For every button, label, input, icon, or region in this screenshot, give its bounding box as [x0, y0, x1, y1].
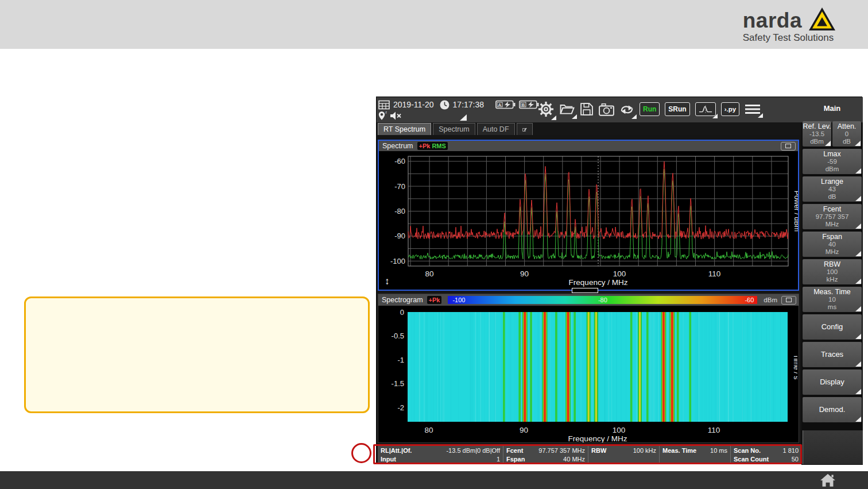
- softkey-title: Meas. Time: [813, 288, 851, 296]
- sidebar-button-traces[interactable]: Traces: [803, 342, 862, 367]
- clock-icon: [440, 100, 450, 110]
- status-value: 50: [792, 456, 799, 463]
- sidebar-button-fcent[interactable]: Fcent97.757 357MHz: [803, 204, 862, 229]
- svg-text:Frequency / MHz: Frequency / MHz: [569, 278, 628, 287]
- badge-pk: +Pk: [419, 143, 431, 149]
- sidebar-button-demod[interactable]: Demod.: [803, 397, 862, 422]
- softkey-value: 0: [845, 130, 848, 138]
- svg-text:-90: -90: [394, 232, 405, 240]
- softkey-value: -13.5: [809, 130, 824, 138]
- status-column-2: Fcent97.757 357 MHzFspan40 MHz: [503, 446, 588, 463]
- date-display: 2019-11-20: [393, 100, 434, 109]
- trace-view-button[interactable]: [695, 102, 716, 116]
- sidebar-button-lmax[interactable]: Lmax-59dBm: [803, 149, 862, 174]
- python-script-button[interactable]: ›.py: [721, 102, 739, 116]
- svg-text:80: 80: [425, 426, 433, 434]
- status-value: 97.757 357 MHz: [538, 447, 585, 454]
- panel-splitter-handle[interactable]: [572, 288, 598, 293]
- tab-spectrum[interactable]: Spectrum: [433, 123, 475, 135]
- spectrogram-panel: Spectrogram +Pk -100 -80 -60 dBm 0-0.5-1…: [378, 294, 799, 443]
- home-icon: [820, 473, 836, 487]
- spectrum-panel-title: Spectrum: [382, 142, 413, 150]
- screenshot-button[interactable]: [599, 103, 614, 116]
- toolbar: 2019-11-20 17:17:38 A: [377, 97, 863, 122]
- sidebar-button-display[interactable]: Display: [803, 369, 862, 395]
- submenu-corner: [758, 113, 763, 118]
- tab-rt-spectrum[interactable]: RT Spectrum: [378, 123, 431, 135]
- status-value: 10 ms: [710, 447, 727, 454]
- softkey-title: Fspan: [822, 233, 842, 241]
- softkey-value: 40: [828, 241, 836, 248]
- softkey-unit: MHz: [826, 248, 839, 256]
- submenu-corner: [855, 306, 861, 311]
- color-scale-bar: -100 -80 -60: [448, 296, 757, 304]
- softkey-unit: kHz: [827, 276, 838, 283]
- softkey-title: Traces: [821, 351, 843, 359]
- srun-button[interactable]: SRun: [665, 102, 689, 116]
- menu-button[interactable]: [745, 103, 761, 115]
- battery-b-icon: B: [519, 100, 539, 109]
- tab-strip: RT SpectrumSpectrumAuto DF: [377, 122, 801, 135]
- run-button[interactable]: Run: [640, 102, 660, 116]
- submenu-corner: [855, 141, 861, 146]
- svg-text:-2: -2: [397, 403, 404, 412]
- brand-tagline: Safety Test Solutions: [743, 32, 836, 44]
- svg-text:-0.5: -0.5: [392, 332, 404, 340]
- sidebar-button-atten[interactable]: Atten.0dB: [832, 121, 861, 147]
- narda-logo: narda Safety Test Solutions: [743, 7, 836, 44]
- save-button[interactable]: [580, 102, 594, 116]
- status-cell: Input1: [378, 455, 503, 463]
- status-column-1: RL|Att.|Of.-13.5 dBm|0 dB|OffInput1: [378, 446, 503, 463]
- trace-badges: +Pk: [427, 296, 442, 304]
- settings-button[interactable]: [538, 101, 554, 117]
- status-cell: Meas. Time10 ms: [660, 446, 730, 455]
- submenu-corner: [855, 224, 861, 229]
- softkey-unit: dB: [843, 138, 851, 145]
- sidebar-button-fspan[interactable]: Fspan40MHz: [803, 232, 862, 257]
- spectrum-maximize-button[interactable]: [781, 142, 796, 151]
- sidebar-button-rbw[interactable]: RBW100kHz: [803, 259, 862, 284]
- sidebar-button-ref-lev[interactable]: Ref. Lev.-13.5dBm: [803, 121, 831, 147]
- replay-button[interactable]: [619, 102, 634, 116]
- status-value: 100 kHz: [633, 447, 656, 454]
- submenu-corner: [855, 196, 861, 201]
- statusrow-expand-triangle[interactable]: [460, 114, 467, 121]
- submenu-corner: [855, 279, 861, 284]
- open-file-button[interactable]: [559, 102, 575, 116]
- tab-edit[interactable]: [517, 123, 533, 135]
- sidebar-button-config[interactable]: Config: [803, 314, 862, 340]
- submenu-corner: [551, 115, 556, 120]
- softkey-value: -59: [827, 158, 837, 165]
- home-button[interactable]: [820, 473, 836, 487]
- softkey-title: Fcent: [823, 205, 841, 213]
- softkey-value: 97.757 357: [816, 213, 849, 221]
- sidebar-button-meas-time[interactable]: Meas. Time10ms: [803, 287, 862, 312]
- submenu-corner: [855, 417, 861, 422]
- softkey-value: 43: [828, 186, 836, 193]
- softkey-title: Ref. Lev.: [803, 122, 831, 130]
- status-label: RBW: [591, 447, 606, 454]
- tab-auto-df[interactable]: Auto DF: [477, 123, 515, 135]
- softkey-title: Demod.: [819, 406, 846, 414]
- scale-updown-icon[interactable]: ↕: [385, 276, 390, 286]
- softkey-title: RBW: [824, 260, 840, 268]
- spectrum-plot-svg[interactable]: -60-70-80-90-1008090100110Frequency / MH…: [379, 152, 798, 290]
- submenu-corner: [855, 168, 861, 174]
- status-cell: Fspan40 MHz: [503, 455, 588, 463]
- status-value: 1 810: [782, 447, 799, 454]
- sidebar-button-lrange[interactable]: Lrange43dB: [803, 176, 862, 202]
- audio-muted-icon: [390, 111, 402, 121]
- softkey-unit: dBm: [826, 165, 839, 173]
- status-cell: [588, 455, 659, 463]
- status-label: Fcent: [506, 447, 523, 454]
- status-cell: Fcent97.757 357 MHz: [503, 446, 588, 455]
- submenu-corner: [572, 114, 577, 119]
- spectrogram-plot-svg[interactable]: 0-0.5-1-1.5-28090100110Frequency / MHzTi…: [378, 306, 797, 442]
- svg-text:Frequency / MHz: Frequency / MHz: [568, 434, 627, 442]
- narda-triangle-logo: [808, 7, 836, 31]
- svg-text:-1.5: -1.5: [392, 379, 404, 388]
- spectrum-panel-header: Spectrum +Pk RMS: [379, 141, 798, 151]
- instrument-screen: 2019-11-20 17:17:38 A: [376, 97, 862, 464]
- status-label: Fspan: [506, 456, 525, 463]
- spectrogram-maximize-button[interactable]: [781, 296, 796, 305]
